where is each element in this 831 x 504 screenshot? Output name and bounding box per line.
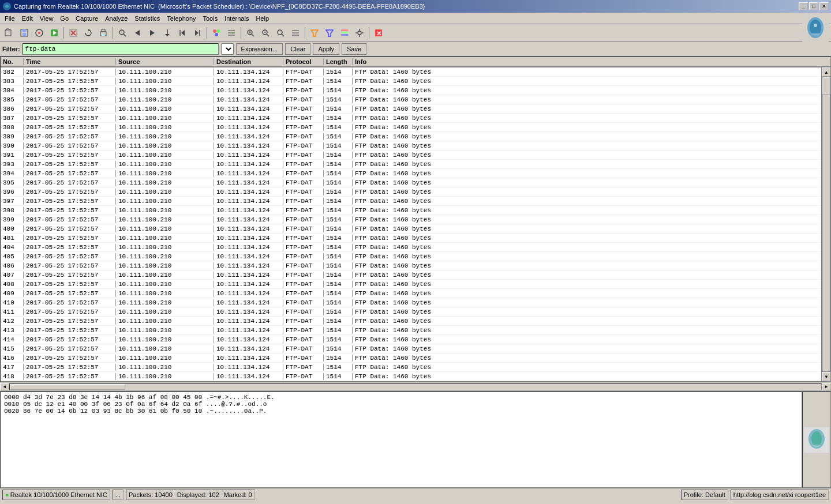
col-header-no[interactable]: No. (1, 58, 24, 65)
table-row[interactable]: 394 2017-05-25 17:52:57 10.111.100.210 1… (1, 169, 830, 178)
h-scroll-left-arrow[interactable]: ◄ (0, 383, 9, 391)
table-row[interactable]: 389 2017-05-25 17:52:57 10.111.100.210 1… (1, 132, 830, 141)
expression-button[interactable]: Expression... (236, 43, 283, 55)
table-row[interactable]: 383 2017-05-25 17:52:57 10.111.100.210 1… (1, 77, 830, 86)
table-row[interactable]: 391 2017-05-25 17:52:57 10.111.100.210 1… (1, 151, 830, 160)
scroll-up-arrow[interactable]: ▲ (822, 67, 831, 77)
scroll-thumb[interactable] (822, 77, 830, 95)
table-row[interactable]: 398 2017-05-25 17:52:57 10.111.100.210 1… (1, 206, 830, 215)
cell-protocol: FTP-DAT (283, 152, 324, 159)
menu-statistics[interactable]: Statistics (131, 14, 163, 23)
toolbar-goto-button[interactable] (160, 26, 174, 40)
table-row[interactable]: 412 2017-05-25 17:52:57 10.111.100.210 1… (1, 317, 830, 326)
menu-capture[interactable]: Capture (72, 14, 102, 23)
toolbar-display-filter-button[interactable] (323, 26, 336, 40)
toolbar-close-button[interactable] (66, 26, 80, 40)
table-row[interactable]: 415 2017-05-25 17:52:57 10.111.100.210 1… (1, 344, 830, 353)
table-row[interactable]: 409 2017-05-25 17:52:57 10.111.100.210 1… (1, 289, 830, 298)
toolbar-zoom-out-button[interactable] (259, 26, 272, 40)
toolbar-coloring-button[interactable] (338, 26, 351, 40)
table-row[interactable]: 416 2017-05-25 17:52:57 10.111.100.210 1… (1, 353, 830, 363)
table-row[interactable]: 384 2017-05-25 17:52:57 10.111.100.210 1… (1, 86, 830, 95)
packet-rows[interactable]: 382 2017-05-25 17:52:57 10.111.100.210 1… (1, 67, 830, 381)
toolbar-preferences-button[interactable] (353, 26, 366, 40)
toolbar-open-button[interactable] (2, 26, 16, 40)
table-row[interactable]: 417 2017-05-25 17:52:57 10.111.100.210 1… (1, 363, 830, 372)
table-row[interactable]: 393 2017-05-25 17:52:57 10.111.100.210 1… (1, 160, 830, 169)
scroll-down-arrow[interactable]: ▼ (822, 372, 831, 381)
cell-destination: 10.111.134.124 (214, 272, 283, 279)
menu-analyze[interactable]: Analyze (102, 14, 131, 23)
table-row[interactable]: 399 2017-05-25 17:52:57 10.111.100.210 1… (1, 215, 830, 224)
table-row[interactable]: 404 2017-05-25 17:52:57 10.111.100.210 1… (1, 243, 830, 252)
table-row[interactable]: 397 2017-05-25 17:52:57 10.111.100.210 1… (1, 197, 830, 206)
table-row[interactable]: 405 2017-05-25 17:52:57 10.111.100.210 1… (1, 252, 830, 261)
toolbar-print-button[interactable] (96, 26, 110, 40)
toolbar-first-button[interactable] (175, 26, 189, 40)
table-row[interactable]: 388 2017-05-25 17:52:57 10.111.100.210 1… (1, 123, 830, 132)
vertical-scrollbar[interactable]: ▲ ▼ (821, 67, 830, 381)
toolbar-find-button[interactable] (115, 26, 129, 40)
table-row[interactable]: 395 2017-05-25 17:52:57 10.111.100.210 1… (1, 178, 830, 187)
cell-time: 2017-05-25 17:52:57 (24, 124, 116, 131)
table-row[interactable]: 406 2017-05-25 17:52:57 10.111.100.210 1… (1, 261, 830, 270)
menu-help[interactable]: Help (252, 14, 272, 23)
h-scroll-right-arrow[interactable]: ► (822, 383, 831, 391)
toolbar-capture-filter-button[interactable] (308, 26, 321, 40)
table-row[interactable]: 386 2017-05-25 17:52:57 10.111.100.210 1… (1, 104, 830, 114)
menu-tools[interactable]: Tools (200, 14, 222, 23)
col-header-length[interactable]: Length (324, 58, 353, 65)
horizontal-scrollbar[interactable]: ◄ ► (0, 382, 831, 391)
toolbar-colorize-button[interactable] (209, 26, 223, 40)
table-row[interactable]: 396 2017-05-25 17:52:57 10.111.100.210 1… (1, 187, 830, 197)
col-header-source[interactable]: Source (116, 58, 214, 65)
table-row[interactable]: 414 2017-05-25 17:52:57 10.111.100.210 1… (1, 335, 830, 344)
menu-telephony[interactable]: Telephony (163, 14, 199, 23)
toolbar-save-button[interactable] (17, 26, 31, 40)
menu-internals[interactable]: Internals (221, 14, 252, 23)
table-row[interactable]: 411 2017-05-25 17:52:57 10.111.100.210 1… (1, 307, 830, 317)
col-header-info[interactable]: Info (353, 58, 821, 65)
minimize-button[interactable]: _ (799, 2, 808, 10)
toolbar-help-button[interactable]: ✕ (372, 26, 385, 40)
table-row[interactable]: 387 2017-05-25 17:52:57 10.111.100.210 1… (1, 114, 830, 123)
menu-file[interactable]: File (1, 14, 18, 23)
filter-input[interactable] (23, 43, 219, 55)
table-row[interactable]: 390 2017-05-25 17:52:57 10.111.100.210 1… (1, 141, 830, 151)
toolbar-capture-options-button[interactable] (32, 26, 46, 40)
menu-edit[interactable]: Edit (18, 14, 36, 23)
table-row[interactable]: 382 2017-05-25 17:52:57 10.111.100.210 1… (1, 67, 830, 77)
toolbar-resize-button[interactable] (289, 26, 302, 40)
toolbar-zoom-in-button[interactable] (244, 26, 257, 40)
close-button[interactable]: ✕ (819, 2, 829, 10)
toolbar-next-button[interactable] (145, 26, 159, 40)
table-row[interactable]: 418 2017-05-25 17:52:57 10.111.100.210 1… (1, 372, 830, 381)
table-row[interactable]: 385 2017-05-25 17:52:57 10.111.100.210 1… (1, 95, 830, 104)
toolbar-autoscroll-button[interactable] (224, 26, 238, 40)
filter-dropdown[interactable] (221, 43, 234, 55)
table-row[interactable]: 407 2017-05-25 17:52:57 10.111.100.210 1… (1, 270, 830, 280)
toolbar-prev-button[interactable] (130, 26, 144, 40)
menu-view[interactable]: View (36, 14, 57, 23)
toolbar-capture-button[interactable] (47, 26, 61, 40)
col-header-protocol[interactable]: Protocol (283, 58, 324, 65)
table-row[interactable]: 410 2017-05-25 17:52:57 10.111.100.210 1… (1, 298, 830, 307)
menu-go[interactable]: Go (57, 14, 72, 23)
toolbar: ✕ (0, 24, 831, 42)
maximize-button[interactable]: □ (809, 2, 818, 10)
h-scroll-track[interactable] (9, 383, 822, 390)
col-header-time[interactable]: Time (24, 58, 116, 65)
h-scroll-thumb[interactable] (10, 384, 125, 390)
table-row[interactable]: 401 2017-05-25 17:52:57 10.111.100.210 1… (1, 234, 830, 243)
table-row[interactable]: 408 2017-05-25 17:52:57 10.111.100.210 1… (1, 280, 830, 289)
clear-button[interactable]: Clear (285, 43, 310, 55)
toolbar-reload-button[interactable] (81, 26, 95, 40)
save-button[interactable]: Save (342, 43, 366, 55)
toolbar-last-button[interactable] (190, 26, 204, 40)
table-row[interactable]: 400 2017-05-25 17:52:57 10.111.100.210 1… (1, 224, 830, 234)
table-row[interactable]: 413 2017-05-25 17:52:57 10.111.100.210 1… (1, 326, 830, 335)
col-header-destination[interactable]: Destination (214, 58, 283, 65)
apply-button[interactable]: Apply (313, 43, 339, 55)
scroll-track[interactable] (822, 77, 830, 372)
toolbar-zoom-normal-button[interactable] (274, 26, 287, 40)
